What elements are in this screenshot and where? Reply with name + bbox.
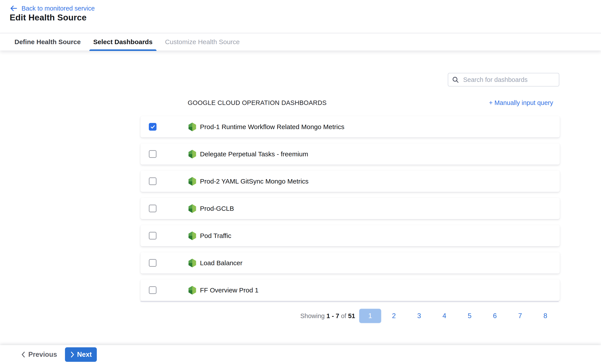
page-button-4[interactable]: 4 — [432, 312, 457, 320]
hexagon-dashboard-icon — [188, 203, 197, 214]
dashboard-row[interactable]: Prod-1 Runtime Workflow Related Mongo Me… — [140, 116, 560, 137]
hexagon-dashboard-icon — [188, 231, 197, 241]
next-button-label: Next — [77, 351, 92, 359]
showing-range: 1 - 7 — [326, 313, 339, 319]
chevron-right-icon — [70, 351, 75, 358]
pagination: Showing 1 - 7 of 51 12345678 — [300, 309, 558, 323]
page-title: Edit Health Source — [10, 13, 87, 22]
manually-input-query-link[interactable]: + Manually input query — [489, 99, 553, 106]
showing-text: Showing 1 - 7 of 51 — [300, 313, 355, 320]
dashboard-checkbox[interactable] — [149, 205, 157, 212]
dashboard-row[interactable]: Pod Traffic — [140, 225, 560, 246]
tab-define-health-source[interactable]: Define Health Source — [14, 33, 82, 51]
previous-button-label: Previous — [28, 351, 57, 359]
dashboard-row[interactable]: FF Overview Prod 1 — [140, 280, 560, 301]
showing-total: 51 — [348, 313, 355, 319]
page-button-2[interactable]: 2 — [381, 312, 407, 320]
dashboard-checkbox[interactable] — [149, 259, 157, 267]
page-button-5[interactable]: 5 — [457, 312, 482, 320]
page-header: Back to monitored service Edit Health So… — [0, 0, 601, 33]
wizard-tabbar: Define Health Source Select Dashboards C… — [0, 33, 601, 51]
dashboard-label: Pod Traffic — [200, 232, 231, 240]
chevron-left-icon — [21, 351, 26, 358]
hexagon-dashboard-icon — [188, 285, 197, 295]
dashboard-label: Prod-2 YAML GitSync Mongo Metrics — [200, 178, 309, 185]
page-button-8[interactable]: 8 — [533, 312, 558, 320]
search-input[interactable] — [463, 76, 555, 83]
dashboard-row[interactable]: Load Balancer — [140, 252, 560, 273]
dashboard-label: Prod-GCLB — [200, 205, 234, 212]
dashboard-row[interactable]: Prod-2 YAML GitSync Mongo Metrics — [140, 171, 560, 192]
dashboard-list: Prod-1 Runtime Workflow Related Mongo Me… — [140, 116, 560, 307]
dashboard-search-box — [448, 73, 559, 87]
hexagon-dashboard-icon — [188, 176, 197, 186]
dashboard-checkbox[interactable] — [149, 177, 157, 185]
dashboard-checkbox[interactable] — [149, 123, 157, 131]
checkmark-icon — [150, 124, 155, 130]
hexagon-dashboard-icon — [188, 258, 197, 268]
dashboard-checkbox[interactable] — [149, 150, 157, 158]
tab-select-dashboards[interactable]: Select Dashboards — [92, 33, 153, 51]
hexagon-dashboard-icon — [188, 122, 197, 132]
tab-customize-health-source[interactable]: Customize Health Source — [164, 33, 240, 51]
next-button[interactable]: Next — [65, 347, 97, 362]
back-to-monitored-service-link[interactable]: Back to monitored service — [10, 4, 95, 12]
page-button-7[interactable]: 7 — [508, 312, 533, 320]
dashboard-label: Delegate Perpetual Tasks - freemium — [200, 150, 308, 158]
dashboard-label: FF Overview Prod 1 — [200, 286, 259, 294]
dashboard-checkbox[interactable] — [149, 232, 157, 240]
section-heading: GOOGLE CLOUD OPERATION DASHBOARDS — [188, 99, 327, 106]
back-link-label: Back to monitored service — [21, 5, 95, 12]
previous-button[interactable]: Previous — [21, 345, 57, 364]
page-button-active-1[interactable]: 1 — [359, 309, 381, 323]
dashboard-checkbox[interactable] — [149, 286, 157, 294]
page-button-3[interactable]: 3 — [407, 312, 432, 320]
arrow-left-icon — [10, 4, 18, 12]
dashboard-row[interactable]: Delegate Perpetual Tasks - freemium — [140, 143, 560, 165]
dashboard-label: Prod-1 Runtime Workflow Related Mongo Me… — [200, 123, 344, 131]
dashboard-row[interactable]: Prod-GCLB — [140, 198, 560, 219]
hexagon-dashboard-icon — [188, 149, 197, 159]
page-button-6[interactable]: 6 — [482, 312, 508, 320]
footer-bar: Previous Next — [0, 345, 601, 364]
search-icon — [452, 76, 459, 83]
dashboard-label: Load Balancer — [200, 259, 242, 267]
list-divider — [140, 301, 559, 302]
